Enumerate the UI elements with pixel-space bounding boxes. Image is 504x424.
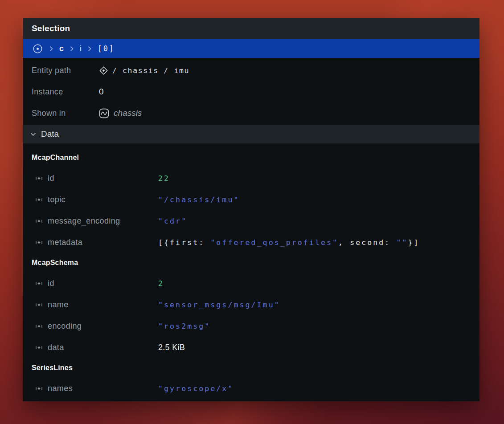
metadata-part: , second:: [338, 238, 396, 247]
component-icon: [35, 344, 43, 351]
instance-number: 0: [99, 87, 104, 97]
chevron-right-icon: [88, 46, 91, 52]
metadata-part: [{first:: [158, 238, 210, 247]
chevron-down-icon: [30, 132, 36, 136]
component-row-schema-name: name "sensor_msgs/msg/Imu": [23, 294, 479, 315]
component-label: id: [48, 279, 54, 288]
archetype-heading-serieslines: SeriesLines: [23, 358, 479, 378]
component-label: data: [48, 343, 64, 352]
component-label: metadata: [48, 238, 82, 247]
component-label: message_encoding: [48, 216, 120, 226]
component-value: 22: [158, 174, 170, 183]
archetype-heading-mcapchannel: McapChannel: [23, 148, 479, 167]
component-icon: [35, 280, 43, 287]
desktop-wallpaper: Selection c i: [0, 0, 504, 424]
component-value: "cdr": [158, 217, 187, 225]
chevron-right-icon: [70, 46, 74, 52]
archetype-heading-mcapschema: McapSchema: [23, 253, 479, 273]
component-row-metadata: metadata [{first: "offered_qos_profiles"…: [23, 232, 479, 253]
timeseries-view-icon: [99, 108, 109, 118]
component-row-schema-encoding: encoding "ros2msg": [23, 315, 479, 337]
component-value: 2.5 KiB: [158, 343, 185, 352]
entity-path-value[interactable]: / chassis / imu: [99, 66, 189, 75]
archetype-title: McapChannel: [32, 154, 79, 162]
metadata-part: "": [396, 238, 408, 247]
chevron-right-icon: [49, 46, 53, 52]
data-section-header[interactable]: Data: [23, 125, 479, 143]
component-label: encoding: [48, 322, 82, 331]
archetype-title: McapSchema: [32, 259, 78, 267]
recording-icon[interactable]: [32, 43, 43, 54]
entity-path-row: Entity path / chassis / imu: [23, 60, 479, 81]
entity-info: Entity path / chassis / imu Instance 0: [23, 58, 479, 125]
shown-in-view-name: chassis: [114, 108, 142, 118]
component-icon: [35, 218, 43, 224]
component-value: 2: [158, 279, 164, 288]
component-value: "gyroscope/x": [158, 384, 234, 393]
component-label: topic: [48, 195, 66, 204]
component-icon: [35, 302, 43, 308]
component-icon: [35, 385, 43, 392]
component-icon: [35, 175, 43, 182]
instance-value: 0: [99, 87, 104, 97]
breadcrumb-item-chassis[interactable]: c: [59, 44, 64, 53]
component-icon: [35, 239, 43, 246]
shown-in-row: Shown in chassis: [23, 102, 479, 124]
component-row-names: names "gyroscope/x": [23, 378, 479, 399]
archetype-title: SeriesLines: [32, 364, 73, 372]
component-row-id: id 22: [23, 167, 479, 189]
component-label: id: [48, 174, 54, 183]
entity-path-label: Entity path: [32, 66, 71, 75]
component-icon: [35, 196, 43, 203]
data-section-title: Data: [41, 129, 59, 139]
component-value: "ros2msg": [158, 322, 210, 330]
component-row-message-encoding: message_encoding "cdr": [23, 210, 479, 232]
instance-row: Instance 0: [23, 81, 479, 102]
shown-in-view-link[interactable]: chassis: [99, 108, 142, 118]
component-value: "/chassis/imu": [158, 196, 239, 204]
selection-breadcrumb: c i [0]: [23, 39, 479, 58]
component-row-schema-data: data 2.5 KiB: [23, 337, 479, 358]
selection-panel-header: Selection: [23, 18, 479, 39]
component-icon: [35, 323, 43, 330]
data-section-content: McapChannel id 22: [23, 143, 479, 401]
panel-title: Selection: [32, 24, 70, 33]
component-value: "sensor_msgs/msg/Imu": [158, 301, 280, 309]
instance-label: Instance: [32, 87, 63, 97]
component-row-topic: topic "/chassis/imu": [23, 189, 479, 210]
selection-panel: Selection c i: [23, 18, 479, 401]
component-row-schema-id: id 2: [23, 273, 479, 294]
breadcrumb-item-imu[interactable]: i: [80, 44, 82, 53]
shown-in-label: Shown in: [32, 109, 66, 118]
component-label: names: [48, 384, 73, 393]
component-value-metadata: [{first: "offered_qos_profiles", second:…: [158, 238, 420, 247]
entity-icon: [99, 66, 108, 75]
metadata-part: "offered_qos_profiles": [210, 238, 338, 247]
metadata-part: }]: [408, 238, 419, 247]
breadcrumb-item-instance[interactable]: [0]: [98, 44, 115, 53]
entity-path-text: / chassis / imu: [112, 66, 189, 75]
component-label: name: [48, 300, 69, 310]
